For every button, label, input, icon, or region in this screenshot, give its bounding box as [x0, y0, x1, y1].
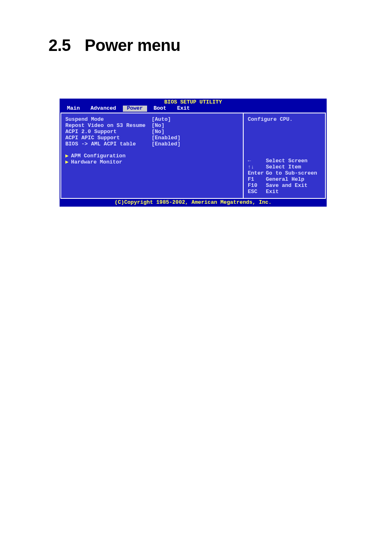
tab-exit[interactable]: Exit	[173, 106, 194, 112]
submenu-label: APM Configuration	[71, 153, 126, 159]
help-key-esc: ESC Exit	[248, 189, 323, 195]
setting-value: [Auto]	[152, 117, 171, 123]
setting-label: BIOS -> AML ACPI table	[65, 141, 152, 147]
setting-suspend-mode[interactable]: Suspend Mode [Auto]	[65, 117, 239, 123]
bios-body: Suspend Mode [Auto] Repost Video on S3 R…	[60, 113, 326, 199]
setting-value: [Enabled]	[152, 135, 180, 141]
bios-settings-panel: Suspend Mode [Auto] Repost Video on S3 R…	[61, 113, 243, 198]
help-key-left: ← Select Screen	[248, 158, 323, 164]
key-label: F1	[248, 177, 266, 183]
key-label: ESC	[248, 189, 266, 195]
setting-label: Repost Video on S3 Resume	[65, 123, 152, 129]
submenu-arrow-icon: ▶	[65, 159, 69, 166]
help-description: Configure CPU.	[248, 117, 323, 123]
key-desc: Save and Exit	[266, 183, 307, 189]
bios-setup-utility: BIOS SETUP UTILITY Main Advanced Power B…	[60, 99, 327, 207]
help-key-updown: ↑↓ Select Item	[248, 164, 323, 170]
submenu-arrow-icon: ▶	[65, 153, 69, 159]
key-desc: Select Item	[266, 164, 301, 170]
tab-main[interactable]: Main	[63, 106, 84, 112]
key-label: Enter	[248, 170, 266, 177]
help-key-f10: F10 Save and Exit	[248, 183, 323, 189]
bios-footer: (C)Copyright 1985-2002, American Megatre…	[60, 200, 327, 207]
bios-help-panel: Configure CPU. ← Select Screen ↑↓ Select…	[243, 113, 325, 198]
tab-power[interactable]: Power	[123, 106, 147, 112]
submenu-apm-configuration[interactable]: ▶ APM Configuration	[65, 153, 239, 159]
key-label: F10	[248, 183, 266, 189]
tab-advanced[interactable]: Advanced	[86, 106, 120, 112]
key-desc: General Help	[266, 177, 304, 183]
help-key-f1: F1 General Help	[248, 177, 323, 183]
setting-value: [No]	[152, 129, 164, 135]
section-number: 2.5	[48, 36, 71, 54]
key-label: ↑↓	[248, 164, 266, 170]
help-key-enter: Enter Go to Sub-screen	[248, 170, 323, 177]
setting-aml-acpi[interactable]: BIOS -> AML ACPI table [Enabled]	[65, 141, 239, 147]
setting-value: [Enabled]	[152, 141, 180, 147]
key-desc: Go to Sub-screen	[266, 170, 317, 177]
setting-label: ACPI APIC Support	[65, 135, 152, 141]
key-desc: Exit	[266, 189, 279, 195]
setting-value: [No]	[152, 123, 164, 129]
setting-acpi-20[interactable]: ACPI 2.0 Support [No]	[65, 129, 239, 135]
key-label: ←	[248, 158, 266, 164]
setting-label: Suspend Mode	[65, 117, 152, 123]
setting-acpi-apic[interactable]: ACPI APIC Support [Enabled]	[65, 135, 239, 141]
setting-repost-video[interactable]: Repost Video on S3 Resume [No]	[65, 123, 239, 129]
submenu-hardware-monitor[interactable]: ▶ Hardware Monitor	[65, 159, 239, 166]
page-title: 2.5Power menu	[48, 36, 180, 55]
help-keys: ← Select Screen ↑↓ Select Item Enter Go …	[248, 158, 323, 195]
key-desc: Select Screen	[266, 158, 307, 164]
bios-header: BIOS SETUP UTILITY	[60, 99, 327, 106]
submenu-label: Hardware Monitor	[71, 159, 122, 166]
setting-label: ACPI 2.0 Support	[65, 129, 152, 135]
tab-boot[interactable]: Boot	[150, 106, 171, 112]
bios-tab-bar: Main Advanced Power Boot Exit	[60, 106, 327, 113]
section-title: Power menu	[85, 36, 180, 54]
